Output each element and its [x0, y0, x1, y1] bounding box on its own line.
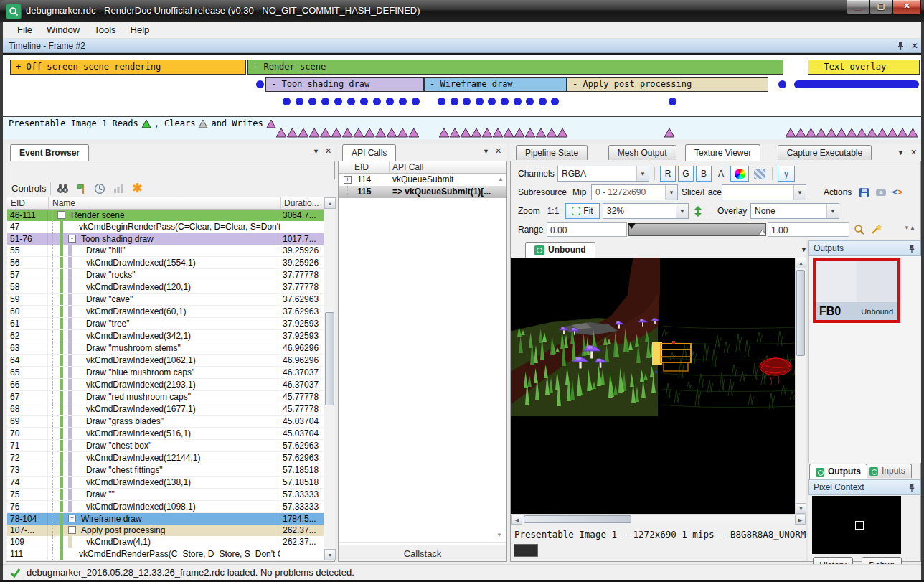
- timeline-marker-wireframe-draw[interactable]: - Wireframe draw: [424, 77, 567, 92]
- viewport-hscrollbar[interactable]: ◀ ▶: [512, 514, 806, 524]
- output-thumbnail-fb0[interactable]: FB0 Unbound: [813, 258, 900, 323]
- panel-close-icon[interactable]: ✕: [495, 146, 501, 156]
- zoom-1-1-button[interactable]: 1:1: [544, 203, 562, 219]
- timeline-event-dot[interactable]: [308, 98, 316, 105]
- timeline-marker-render-scene[interactable]: - Render scene: [248, 60, 783, 75]
- wand-icon[interactable]: [869, 222, 883, 238]
- timeline-event-dot[interactable]: [488, 98, 496, 105]
- fit-button[interactable]: Fit: [565, 203, 600, 219]
- event-row-109[interactable]: 109vkCmdDraw(4,1)262.37...: [7, 536, 324, 548]
- tab-mesh-output[interactable]: Mesh Output: [608, 145, 676, 160]
- channel-blue-button[interactable]: B: [696, 166, 712, 182]
- event-row-72[interactable]: 72vkCmdDrawIndexed(12144,1)57.62963: [7, 452, 324, 464]
- expander-icon[interactable]: +: [344, 176, 352, 184]
- timeline-marker-apply-post-processing[interactable]: - Apply post processing: [567, 77, 768, 92]
- timeline-panel[interactable]: + Off-screen scene rendering- Render sce…: [3, 53, 921, 139]
- timeline-event-bar[interactable]: [794, 80, 919, 88]
- tab-unbound-texture[interactable]: Unbound: [525, 242, 595, 258]
- timeline-event-dot[interactable]: [399, 98, 407, 105]
- event-row-67[interactable]: 67Draw "red mushroom caps"45.77778: [7, 391, 324, 403]
- range-slider[interactable]: [628, 223, 766, 236]
- menu-file[interactable]: File: [10, 23, 39, 37]
- api-row-115[interactable]: 115=> vkQueueSubmit(1)[...: [339, 186, 506, 198]
- column-header-eid[interactable]: EID: [339, 161, 389, 174]
- panel-menu-icon[interactable]: ▼: [313, 148, 319, 155]
- expander-icon[interactable]: -: [68, 526, 76, 534]
- event-row-69[interactable]: 69Draw "grass blades"45.03704: [7, 416, 324, 428]
- timeline-event-dot[interactable]: [296, 98, 303, 105]
- timeline-event-dot[interactable]: [514, 98, 522, 105]
- expander-icon[interactable]: +: [68, 515, 76, 522]
- scroll-down-icon[interactable]: ▼: [796, 503, 806, 514]
- scrollbar-thumb[interactable]: [524, 515, 631, 523]
- save-icon[interactable]: [856, 184, 872, 200]
- zoom-select[interactable]: 32%▼: [603, 203, 689, 219]
- texture-viewport[interactable]: ▲ ▼: [512, 258, 806, 514]
- event-row-46-111[interactable]: 46-111-Render scene3064.7...: [7, 210, 324, 221]
- timeline-event-dot[interactable]: [334, 98, 342, 105]
- panel-close-icon[interactable]: ✕: [325, 146, 331, 156]
- event-row-63[interactable]: 63Draw "mushroom stems"46.96296: [7, 342, 324, 355]
- scroll-up-icon[interactable]: ▲: [498, 176, 504, 182]
- event-row-74[interactable]: 74vkCmdDrawIndexed(138,1)57.18518: [7, 477, 324, 489]
- scroll-right-icon[interactable]: ▶: [795, 515, 806, 525]
- event-row-70[interactable]: 70vkCmdDrawIndexed(516,1)45.03704: [7, 428, 324, 440]
- find-icon[interactable]: [55, 182, 70, 196]
- stats-icon[interactable]: [111, 182, 126, 196]
- tab-inputs[interactable]: Inputs: [863, 464, 912, 478]
- viewport-vscrollbar[interactable]: ▲ ▼: [795, 258, 806, 514]
- channel-alpha-button[interactable]: A: [715, 166, 727, 182]
- menu-help[interactable]: Help: [123, 23, 157, 37]
- timeline-event-dot[interactable]: [501, 98, 509, 105]
- timeline-title-bar[interactable]: Timeline - Frame #2 ✕: [3, 39, 921, 53]
- event-row-76[interactable]: 76vkCmdDrawIndexed(1098,1)57.33333: [7, 501, 324, 513]
- event-row-107-[interactable]: 107-...-Apply post processing262.37...: [7, 525, 324, 536]
- callstack-collapse-icon[interactable]: ▼: [496, 532, 502, 538]
- event-row-71[interactable]: 71Draw "chest box"57.62963: [7, 440, 324, 452]
- channels-select[interactable]: RGBA▼: [557, 166, 649, 182]
- event-row-51-76[interactable]: 51-76-Toon shading draw1017.7...: [7, 233, 324, 245]
- api-row-114[interactable]: 114+vkQueueSubmit: [339, 174, 506, 186]
- scrollbar-thumb[interactable]: [796, 270, 805, 356]
- scroll-down-icon[interactable]: ▼: [324, 549, 336, 560]
- code-icon[interactable]: <>: [890, 184, 905, 200]
- timeline-event-dot[interactable]: [551, 98, 559, 105]
- timeline-event-dot[interactable]: [778, 80, 786, 88]
- row-overflow-icon[interactable]: ▼▲: [904, 225, 915, 231]
- pin-icon[interactable]: [908, 484, 915, 492]
- tab-outputs[interactable]: Outputs: [809, 464, 867, 479]
- gamma-button[interactable]: γ: [778, 166, 795, 182]
- column-header-duration[interactable]: Duratio...: [280, 197, 324, 210]
- title-bar[interactable]: debugmarker.rdc - RenderDoc Unofficial r…: [0, 0, 924, 22]
- event-row-47[interactable]: 47vkCmdBeginRenderPass(C=Clear, D=Clear,…: [7, 221, 324, 233]
- column-header-eid[interactable]: EID: [7, 197, 48, 210]
- scrollbar-thumb[interactable]: [325, 312, 334, 405]
- range-black-handle[interactable]: [628, 223, 636, 230]
- timeline-event-dot[interactable]: [373, 98, 381, 105]
- channel-green-button[interactable]: G: [678, 166, 694, 182]
- event-row-59[interactable]: 59Draw "cave"37.62963: [7, 294, 324, 306]
- callstack-splitter[interactable]: [339, 542, 506, 543]
- mip-select[interactable]: 0 - 1272x690▼: [591, 184, 678, 200]
- channel-red-button[interactable]: R: [660, 166, 676, 182]
- event-row-61[interactable]: 61Draw "tree"37.92593: [7, 318, 324, 330]
- link-icon[interactable]: [873, 184, 889, 200]
- clock-icon[interactable]: [93, 182, 107, 196]
- magnifier-icon[interactable]: [852, 222, 867, 238]
- expander-icon[interactable]: -: [57, 211, 65, 219]
- panel-close-icon[interactable]: ✕: [910, 148, 917, 157]
- timeline-marker-off-screen-scene-rendering[interactable]: + Off-screen scene rendering: [10, 60, 246, 75]
- timeline-event-dot[interactable]: [347, 98, 355, 105]
- close-button[interactable]: ✕: [892, 0, 921, 15]
- event-row-78-104[interactable]: 78-104+Wireframe draw1784.5...: [7, 513, 324, 525]
- event-row-55[interactable]: 55Draw "hill"39.25926: [7, 245, 324, 257]
- scroll-up-icon[interactable]: ▲: [796, 258, 806, 268]
- event-row-66[interactable]: 66vkCmdDrawIndexed(2193,1)46.37037: [7, 379, 324, 391]
- range-white-handle[interactable]: [758, 230, 767, 236]
- event-row-111[interactable]: 111vkCmdEndRenderPass(C=Store, D=Store, …: [7, 548, 324, 560]
- event-row-68[interactable]: 68vkCmdDrawIndexed(1677,1)45.77778: [7, 403, 324, 416]
- timeline-event-dot[interactable]: [451, 98, 458, 105]
- event-row-75[interactable]: 75Draw ""57.33333: [7, 489, 324, 501]
- bookmark-icon[interactable]: ✱: [130, 182, 144, 196]
- menu-window[interactable]: Window: [39, 23, 87, 37]
